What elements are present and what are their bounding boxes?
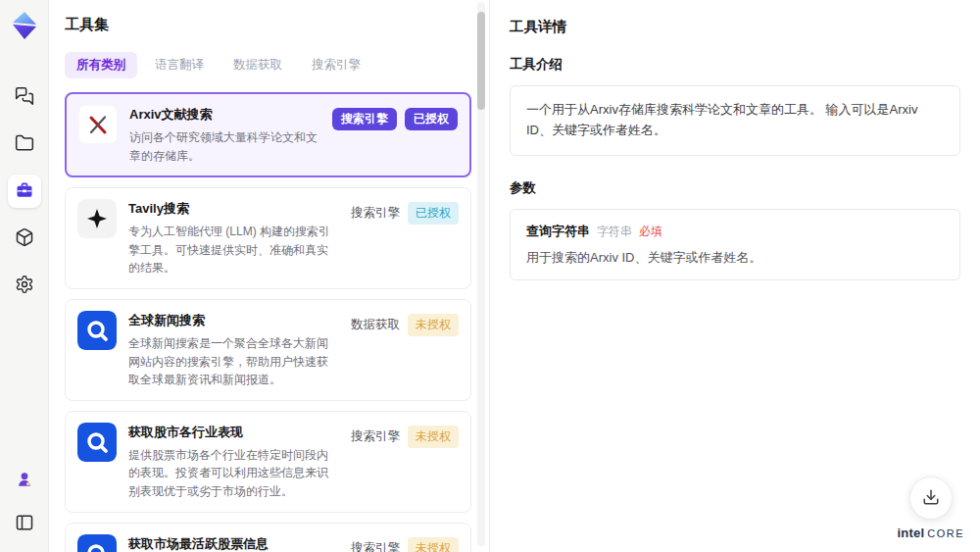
brand-intel-text: intel xyxy=(897,526,924,540)
sidebar-item-tools[interactable] xyxy=(8,175,41,208)
chat-icon xyxy=(15,86,34,109)
app-sidebar xyxy=(0,0,49,552)
param-type: 字符串 xyxy=(597,224,632,240)
tool-card[interactable]: 获取股市各行业表现 提供股票市场各个行业在特定时间段内的表现。投资者可以利用这些… xyxy=(65,411,471,513)
sidebar-item-packages[interactable] xyxy=(8,222,41,255)
tool-name: 全球新闻搜索 xyxy=(128,312,339,329)
toolbox-icon xyxy=(15,180,34,203)
user-avatar[interactable] xyxy=(8,464,41,497)
tool-icon xyxy=(78,105,118,144)
tool-description: 专为人工智能代理 (LLM) 构建的搜索引擎工具。可快速提供实时、准确和真实的结… xyxy=(128,223,339,277)
tool-description: 提供股票市场各个行业在特定时间段内的表现。投资者可以利用这些信息来识别表现优于或… xyxy=(128,446,339,501)
download-icon xyxy=(922,488,940,509)
scrollbar-thumb[interactable] xyxy=(477,12,485,110)
tool-auth-badge: 已授权 xyxy=(405,108,458,130)
sidebar-item-files[interactable] xyxy=(8,127,41,161)
app-logo-icon xyxy=(9,10,40,41)
tool-category-badge: 搜索引擎 xyxy=(351,540,400,552)
tool-icon xyxy=(77,423,117,462)
tool-auth-badge: 未授权 xyxy=(408,537,459,552)
tool-category-badge: 搜索引擎 xyxy=(351,205,400,222)
category-tab[interactable]: 数据获取 xyxy=(221,52,294,78)
sidebar-item-settings[interactable] xyxy=(8,269,41,302)
details-title: 工具详情 xyxy=(510,18,960,36)
tool-icon xyxy=(77,199,117,238)
brand-core-text: CORE xyxy=(927,527,964,539)
tool-card[interactable]: 获取市场最活跃股票信息 提供当天交易量最高的股票列表，投资者可以利用这些信息来识… xyxy=(65,523,471,552)
toolset-title: 工具集 xyxy=(65,16,489,34)
sidebar-nav xyxy=(8,80,41,302)
tool-auth-badge: 未授权 xyxy=(408,426,459,448)
tool-name: 获取股市各行业表现 xyxy=(128,424,339,441)
tool-card[interactable]: Tavily搜索 专为人工智能代理 (LLM) 构建的搜索引擎工具。可快速提供实… xyxy=(65,187,471,289)
tool-auth-badge: 已授权 xyxy=(408,202,459,225)
sidebar-item-chat[interactable] xyxy=(8,80,41,114)
panel-toggle-icon xyxy=(15,513,34,535)
tool-list-scrollbar[interactable] xyxy=(477,2,485,546)
tool-details-panel: 工具详情 工具介绍 一个用于从Arxiv存储库搜索科学论文和文章的工具。 输入可… xyxy=(490,0,980,552)
tool-category-badge: 搜索引擎 xyxy=(332,108,397,130)
tool-list: Arxiv文献搜索 访问各个研究领域大量科学论文和文章的存储库。 搜索引擎 已授… xyxy=(65,92,489,552)
param-description: 用于搜索的Arxiv ID、关键字或作者姓名。 xyxy=(526,249,944,267)
param-card: 查询字符串 字符串 必填 用于搜索的Arxiv ID、关键字或作者姓名。 xyxy=(510,209,960,280)
params-heading: 参数 xyxy=(510,179,960,197)
intro-heading: 工具介绍 xyxy=(510,56,960,74)
tool-category-badge: 搜索引擎 xyxy=(351,428,400,445)
toolset-panel: 工具集 所有类别 语言翻译 数据获取 搜索引擎 Arxiv文献搜索 访问各个研究… xyxy=(49,0,490,552)
settings-icon xyxy=(15,275,34,297)
category-tab[interactable]: 语言翻译 xyxy=(143,52,216,78)
tool-description: 访问各个研究领域大量科学论文和文章的存储库。 xyxy=(129,128,320,165)
tool-name: Tavily搜索 xyxy=(128,200,339,218)
category-tabs: 所有类别 语言翻译 数据获取 搜索引擎 xyxy=(65,52,489,78)
package-icon xyxy=(15,227,34,250)
tool-auth-badge: 未授权 xyxy=(408,314,459,336)
tool-icon xyxy=(77,311,117,350)
download-button[interactable] xyxy=(909,477,953,520)
tool-card[interactable]: 全球新闻搜索 全球新闻搜索是一个聚合全球各大新闻网站内容的搜索引擎，帮助用户快速… xyxy=(65,299,471,401)
tool-intro-box: 一个用于从Arxiv存储库搜索科学论文和文章的工具。 输入可以是Arxiv ID… xyxy=(510,85,960,156)
corner-widget: intel CORE xyxy=(897,477,964,540)
panel-toggle-button[interactable] xyxy=(8,507,41,540)
tool-name: Arxiv文献搜索 xyxy=(129,106,320,124)
sidebar-bottom xyxy=(8,464,41,540)
tool-name: 获取市场最活跃股票信息 xyxy=(128,535,339,552)
category-tab[interactable]: 所有类别 xyxy=(65,52,137,78)
params-list: 查询字符串 字符串 必填 用于搜索的Arxiv ID、关键字或作者姓名。 xyxy=(510,209,960,280)
folder-icon xyxy=(15,133,34,156)
tool-card[interactable]: Arxiv文献搜索 访问各个研究领域大量科学论文和文章的存储库。 搜索引擎 已授… xyxy=(65,92,471,177)
category-tab[interactable]: 搜索引擎 xyxy=(300,52,372,78)
tool-category-badge: 数据获取 xyxy=(351,317,400,333)
user-avatar-icon xyxy=(15,470,34,492)
tool-icon xyxy=(77,534,117,552)
param-name: 查询字符串 xyxy=(526,223,590,240)
intel-core-logo: intel CORE xyxy=(897,526,964,540)
tool-description: 全球新闻搜索是一个聚合全球各大新闻网站内容的搜索引擎，帮助用户快速获取全球最新资… xyxy=(128,334,339,389)
param-required-badge: 必填 xyxy=(639,224,662,240)
